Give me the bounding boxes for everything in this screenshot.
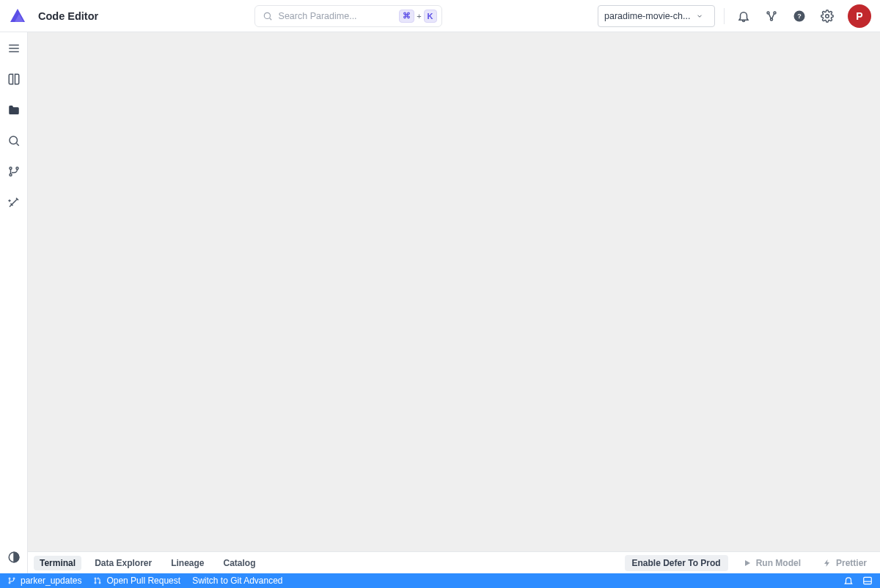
lineage-button[interactable] <box>761 6 782 26</box>
panel-tab-catalog[interactable]: Catalog <box>218 556 262 570</box>
svg-point-1 <box>767 12 769 14</box>
svg-rect-18 <box>864 577 872 584</box>
notifications-button[interactable] <box>733 6 754 26</box>
panel-tab-lineage[interactable]: Lineage <box>165 556 210 570</box>
contrast-icon <box>7 551 21 564</box>
svg-point-13 <box>9 582 10 584</box>
git-branch-icon <box>7 165 21 178</box>
enable-defer-label: Enable Defer To Prod <box>632 558 721 568</box>
panel-tab-terminal[interactable]: Terminal <box>34 556 81 570</box>
svg-point-3 <box>771 18 773 21</box>
panel-icon <box>862 576 873 586</box>
play-icon <box>743 559 752 567</box>
bell-icon <box>737 10 750 23</box>
header: Code Editor Search Paradime... ⌘ + K par… <box>0 0 880 32</box>
page-title: Code Editor <box>38 10 98 22</box>
svg-point-9 <box>10 174 12 176</box>
content: Terminal Data Explorer Lineage Catalog E… <box>0 32 880 573</box>
status-switch-git-label: Switch to Git Advanced <box>192 576 282 586</box>
search-icon <box>7 134 21 147</box>
chevron-down-icon <box>696 12 703 20</box>
editor-area[interactable] <box>28 32 880 551</box>
svg-point-15 <box>95 578 96 579</box>
shortcut-plus: + <box>417 12 421 21</box>
svg-point-8 <box>10 167 12 169</box>
status-right <box>843 576 873 586</box>
activity-search[interactable] <box>5 132 23 150</box>
shortcut-k-key: K <box>424 10 437 23</box>
run-model-button[interactable]: Run Model <box>736 555 808 571</box>
activity-bar <box>0 32 28 573</box>
help-button[interactable]: ? <box>789 6 810 26</box>
header-right: paradime-movie-ch... ? P <box>598 4 871 28</box>
prettier-button[interactable]: Prettier <box>815 555 874 571</box>
svg-point-0 <box>264 12 270 18</box>
bell-icon <box>843 576 854 586</box>
pull-request-icon <box>93 576 102 585</box>
status-bell[interactable] <box>843 576 854 586</box>
svg-point-10 <box>16 167 18 169</box>
sidebar-toggle[interactable] <box>5 40 23 57</box>
prettier-label: Prettier <box>836 558 867 568</box>
activity-magic[interactable] <box>5 194 23 211</box>
status-branch[interactable]: parker_updates <box>7 576 81 586</box>
enable-defer-button[interactable]: Enable Defer To Prod <box>625 555 728 571</box>
menu-icon <box>7 42 21 55</box>
paradime-logo[interactable] <box>9 7 26 25</box>
panel-tab-data-explorer[interactable]: Data Explorer <box>89 556 158 570</box>
header-center: Search Paradime... ⌘ + K <box>106 5 590 27</box>
activity-files[interactable] <box>5 101 23 119</box>
status-panel-toggle[interactable] <box>862 576 873 586</box>
divider <box>724 8 725 24</box>
svg-point-16 <box>95 582 96 584</box>
workspace-selected-label: paradime-movie-ch... <box>604 11 690 21</box>
status-branch-label: parker_updates <box>21 576 81 586</box>
svg-point-17 <box>99 582 100 584</box>
theme-toggle[interactable] <box>5 548 23 566</box>
panel-bar: Terminal Data Explorer Lineage Catalog E… <box>28 551 880 573</box>
help-icon: ? <box>793 10 806 23</box>
gear-icon <box>821 10 834 23</box>
search-shortcut: ⌘ + K <box>399 10 436 23</box>
book-icon <box>7 73 21 86</box>
svg-point-6 <box>826 14 829 18</box>
magic-wand-icon <box>7 196 21 209</box>
activity-docs[interactable] <box>5 70 23 88</box>
svg-point-12 <box>9 578 10 579</box>
svg-text:?: ? <box>797 12 802 20</box>
user-avatar[interactable]: P <box>848 4 871 28</box>
search-placeholder: Search Paradime... <box>279 11 394 21</box>
git-branch-icon <box>7 576 16 585</box>
svg-point-2 <box>774 12 776 14</box>
settings-button[interactable] <box>817 6 837 26</box>
status-open-pr[interactable]: Open Pull Request <box>93 576 180 586</box>
status-open-pr-label: Open Pull Request <box>106 576 180 586</box>
svg-point-7 <box>10 136 18 144</box>
svg-point-14 <box>13 578 15 579</box>
activity-git[interactable] <box>5 163 23 180</box>
search-input[interactable]: Search Paradime... ⌘ + K <box>254 5 442 27</box>
main: Terminal Data Explorer Lineage Catalog E… <box>28 32 880 573</box>
status-switch-git[interactable]: Switch to Git Advanced <box>192 576 282 586</box>
folder-icon <box>7 103 21 117</box>
search-icon <box>263 11 273 21</box>
workspace-select[interactable]: paradime-movie-ch... <box>598 5 715 27</box>
bolt-icon <box>823 559 832 567</box>
graph-icon <box>765 10 778 23</box>
status-bar: parker_updates Open Pull Request Switch … <box>0 573 880 588</box>
run-model-label: Run Model <box>756 558 801 568</box>
shortcut-cmd-key: ⌘ <box>399 10 414 23</box>
